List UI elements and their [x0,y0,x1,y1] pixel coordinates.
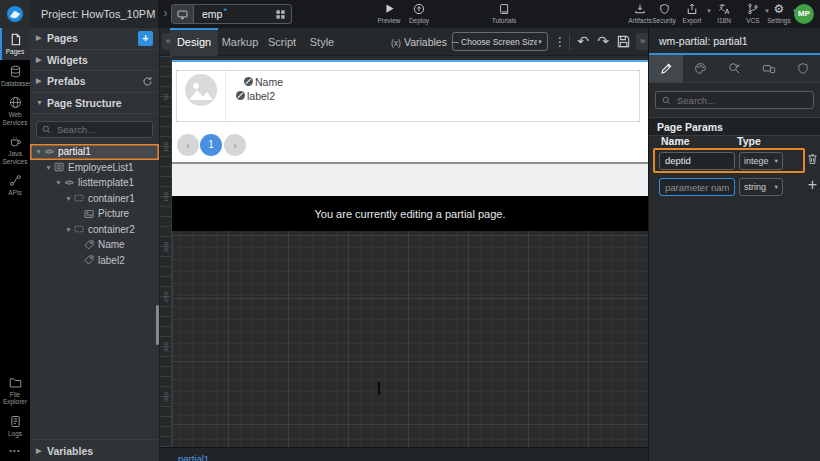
param-row-new[interactable]: string ▼ [655,176,805,198]
tab-properties[interactable] [649,55,683,82]
settings-button[interactable]: ⚙ Settings ▼ [764,2,794,28]
sidebar-item-pages[interactable]: Pages [0,28,30,60]
label-tag-icon [83,255,95,265]
chevron-down-icon[interactable]: ▼ [54,179,63,186]
section-prefabs[interactable]: ▶ Prefabs [30,71,159,93]
tab-security[interactable] [786,55,820,82]
param-name-input[interactable] [659,152,735,170]
properties-search[interactable] [655,91,814,109]
section-page-structure[interactable]: ▼ Page Structure [30,93,159,115]
tree-item-label2[interactable]: label2 [30,253,159,269]
name-label-widget[interactable]: Name [244,75,639,88]
section-pages[interactable]: ▶ Pages + [30,28,159,50]
open-file-tab[interactable]: emp * [171,4,292,24]
footer-page-tab[interactable]: partial1 [178,452,209,461]
sidebar-item-web-services[interactable]: Web Services [0,91,30,130]
chevron-down-icon: ▼ [36,99,47,106]
page-params-header: Page Params [649,117,820,136]
wavemaker-logo-icon[interactable] [0,0,30,28]
tab-markup[interactable]: Markup [218,28,262,56]
deploy-button[interactable]: Deploy [399,2,439,28]
tree-item-employeelist1[interactable]: ▼ EmployeeList1 [30,160,159,176]
chevron-right-icon: ▶ [36,77,47,85]
canvas-grid-area[interactable] [172,231,648,447]
structure-search[interactable] [36,121,153,138]
page-content-area[interactable] [172,162,648,196]
pagination-next-button[interactable]: › [224,134,246,156]
vcs-button[interactable]: VCS ▼ [740,2,766,28]
section-widgets[interactable]: ▶ Widgets [30,50,159,72]
i18n-button[interactable]: I18N [710,2,738,28]
tab-script[interactable]: Script [262,28,302,56]
sidebar-item-logs[interactable]: Logs [0,410,30,442]
redo-button[interactable]: ↷ [594,28,612,56]
pagination-page-1[interactable]: 1 [200,134,222,156]
user-avatar[interactable]: MP [794,4,814,24]
sidebar-item-java-services[interactable]: Java Services [0,130,30,169]
tab-styles[interactable] [683,55,717,82]
chevron-down-icon[interactable]: ▼ [34,148,43,155]
properties-panel: wm-partial: partial1 Page Params [648,28,820,461]
pencil-icon [660,62,673,75]
selected-widget-title: wm-partial: partial1 [649,28,820,55]
more-options-icon[interactable]: ••• [0,441,30,461]
tree-item-name[interactable]: Name [30,237,159,253]
tree-item-partial1[interactable]: ▼ </> partial1 [30,144,159,160]
pagination-prev-button[interactable]: ‹ [177,134,199,156]
picture-placeholder-icon[interactable] [185,74,217,106]
list-widget-area[interactable]: Name label2 ‹ 1 › [172,62,648,162]
bind-icon [236,91,245,100]
add-page-button[interactable]: + [138,31,153,46]
export-button[interactable]: Export ▼ [676,2,708,28]
code-icon: </> [43,148,55,155]
tree-item-listtemplate1[interactable]: ▼ </> listtemplate1 [30,175,159,191]
chevron-down-icon: ▼ [774,158,779,164]
list-item-template[interactable]: Name label2 [176,70,640,122]
param-row-deptid[interactable]: intege ▼ [653,148,805,173]
new-param-name-input[interactable] [659,178,735,196]
tab-devices[interactable] [752,55,786,82]
section-variables[interactable]: ▶ Variables [30,439,159,461]
add-param-button[interactable]: + [804,174,820,196]
folder-icon [1,376,29,389]
tab-search-clear[interactable] [717,55,751,82]
sidebar-item-databases[interactable]: Databases [0,60,30,92]
tab-design[interactable]: Design [170,28,218,56]
refresh-icon[interactable] [142,76,153,87]
screen-size-select[interactable]: -- Choose Screen Size -- ▼ [452,32,548,51]
sidebar-item-file-explorer[interactable]: File Explorer [0,371,30,410]
structure-search-input[interactable] [55,123,147,136]
picture-cell[interactable] [177,71,226,121]
code-icon: </> [63,179,75,186]
undo-button[interactable]: ↶ [574,28,592,56]
delete-param-button[interactable] [806,152,819,166]
tutorials-button[interactable]: Tutorials [484,2,524,28]
grid-view-icon[interactable] [275,9,286,20]
explorer-panel: ▶ Pages + ▶ Widgets ▶ Prefabs ▼ Page Str… [30,28,160,461]
search-icon [42,125,51,134]
tab-style[interactable]: Style [302,28,342,56]
label2-widget[interactable]: label2 [236,89,639,102]
chevron-down-icon[interactable]: ▼ [64,195,73,202]
save-button[interactable] [616,34,631,49]
chevron-right-icon: ▶ [36,34,47,42]
project-name[interactable]: Project: HowTos_10PM [30,0,158,28]
new-param-type-select[interactable]: string ▼ [739,178,783,196]
chevron-down-icon[interactable]: ▼ [64,226,73,233]
chevron-down-icon[interactable]: ▼ [44,164,53,171]
more-menu-icon[interactable]: ⋮ [554,28,566,56]
partial-edit-banner: You are currently editing a partial page… [172,196,648,231]
list-item-content: Name label2 [226,71,639,121]
tree-item-container1[interactable]: ▼ container1 [30,191,159,207]
tree-item-container2[interactable]: ▼ container2 [30,222,159,238]
palette-icon [694,62,707,75]
label-tag-icon [83,240,95,250]
properties-search-input[interactable] [675,94,807,107]
design-canvas[interactable]: Name label2 ‹ 1 › You are currently edit… [172,56,648,447]
pages-icon [1,33,29,46]
sidebar-item-apis[interactable]: APIs [0,169,30,201]
variables-menu[interactable]: (x)Variables▼ [391,28,457,56]
tree-item-picture[interactable]: Picture [30,206,159,222]
param-type-select[interactable]: intege ▼ [739,152,783,170]
explorer-scrollbar[interactable] [156,305,159,345]
